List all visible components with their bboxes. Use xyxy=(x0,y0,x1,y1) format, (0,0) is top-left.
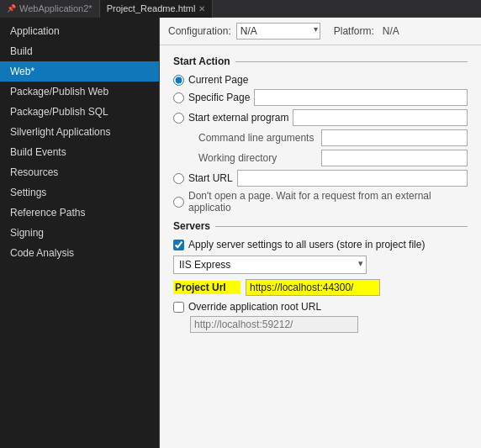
radio-no-page-label: Don't open a page. Wait for a request fr… xyxy=(188,190,468,213)
working-dir-row: Working directory xyxy=(173,150,468,166)
override-url-input[interactable] xyxy=(190,316,358,333)
external-program-input[interactable] xyxy=(293,109,468,126)
working-dir-label: Working directory xyxy=(198,152,316,164)
server-dropdown-row: IIS Express Local IIS External Host Cust… xyxy=(173,256,468,274)
radio-no-page-input[interactable] xyxy=(173,197,184,208)
project-url-row: Project Url https://localhost:44300/ xyxy=(173,279,468,296)
tab-webapp[interactable]: 📌 WebApplication2* xyxy=(0,0,100,18)
section-content: Start Action Current Page Specific Page … xyxy=(160,45,481,448)
config-bar: Configuration: N/A Platform: N/A xyxy=(160,18,481,45)
servers-divider xyxy=(215,226,468,227)
specific-page-input[interactable] xyxy=(254,89,468,106)
sidebar-item-settings[interactable]: Settings xyxy=(0,182,159,203)
radio-current-page-input[interactable] xyxy=(173,75,184,86)
server-dropdown-wrapper: IIS Express Local IIS External Host Cust… xyxy=(173,256,367,274)
override-url-label: Override application root URL xyxy=(188,301,321,313)
radio-specific-page: Specific Page xyxy=(173,89,468,106)
start-action-title: Start Action xyxy=(173,55,235,67)
tab-readme[interactable]: Project_Readme.html ✕ xyxy=(100,0,214,18)
command-line-input[interactable] xyxy=(321,129,468,146)
configuration-select[interactable]: N/A xyxy=(236,23,320,40)
start-url-input[interactable] xyxy=(237,170,468,187)
sidebar-item-reference-paths[interactable]: Reference Paths xyxy=(0,203,159,223)
content-area: Configuration: N/A Platform: N/A Start A… xyxy=(160,18,481,448)
radio-no-page: Don't open a page. Wait for a request fr… xyxy=(173,190,468,213)
working-dir-input[interactable] xyxy=(321,150,468,166)
configuration-label: Configuration: xyxy=(168,25,231,37)
radio-external-program: Start external program xyxy=(173,109,468,126)
apply-server-row: Apply server settings to all users (stor… xyxy=(173,239,468,250)
sidebar-item-resources[interactable]: Resources xyxy=(0,162,159,182)
main-layout: Application Build Web* Package/Publish W… xyxy=(0,18,481,448)
override-url-checkbox[interactable] xyxy=(173,302,184,313)
sidebar-item-signing[interactable]: Signing xyxy=(0,223,159,243)
sidebar-item-silverlight[interactable]: Silverlight Applications xyxy=(0,122,159,142)
sidebar-item-application[interactable]: Application xyxy=(0,21,159,41)
sidebar-item-package-sql[interactable]: Package/Publish SQL xyxy=(0,102,159,122)
platform-label: Platform: xyxy=(334,25,374,37)
configuration-select-wrapper: N/A xyxy=(236,23,320,40)
servers-section: Servers Apply server settings to all use… xyxy=(173,220,468,333)
server-select[interactable]: IIS Express Local IIS External Host Cust… xyxy=(173,256,367,274)
radio-external-label: Start external program xyxy=(188,112,288,124)
title-bar: 📌 WebApplication2* Project_Readme.html ✕ xyxy=(0,0,481,18)
tab-webapp-label: WebApplication2* xyxy=(19,3,92,13)
radio-specific-page-label: Specific Page xyxy=(188,92,250,103)
platform-value: N/A xyxy=(383,25,399,37)
project-url-label: Project Url xyxy=(173,281,240,294)
command-line-label: Command line arguments xyxy=(198,132,316,144)
close-icon[interactable]: ✕ xyxy=(198,4,205,13)
sidebar-item-build-events[interactable]: Build Events xyxy=(0,142,159,162)
override-url-row: Override application root URL xyxy=(173,301,468,313)
radio-current-page: Current Page xyxy=(173,74,468,86)
radio-external-program-input[interactable] xyxy=(173,113,184,124)
override-url-input-row xyxy=(173,316,468,333)
command-line-row: Command line arguments xyxy=(173,129,468,146)
project-url-value: https://localhost:44300/ xyxy=(246,279,380,296)
radio-start-url: Start URL xyxy=(173,170,468,187)
apply-server-label: Apply server settings to all users (stor… xyxy=(188,239,425,250)
sidebar: Application Build Web* Package/Publish W… xyxy=(0,18,160,448)
radio-specific-page-input[interactable] xyxy=(173,92,184,103)
sidebar-item-package-web[interactable]: Package/Publish Web xyxy=(0,82,159,102)
tab-readme-label: Project_Readme.html xyxy=(107,3,196,13)
servers-header: Servers xyxy=(173,220,468,232)
start-action-divider xyxy=(235,61,468,62)
apply-server-checkbox[interactable] xyxy=(173,240,184,250)
radio-current-page-label: Current Page xyxy=(188,74,248,86)
sidebar-item-build[interactable]: Build xyxy=(0,41,159,61)
sidebar-item-code-analysis[interactable]: Code Analysis xyxy=(0,243,159,263)
radio-start-url-label: Start URL xyxy=(188,172,233,184)
servers-title: Servers xyxy=(173,220,215,232)
pin-icon: 📌 xyxy=(7,4,16,13)
radio-start-url-input[interactable] xyxy=(173,173,184,184)
start-action-header: Start Action xyxy=(173,55,468,67)
sidebar-item-web[interactable]: Web* xyxy=(0,61,159,82)
